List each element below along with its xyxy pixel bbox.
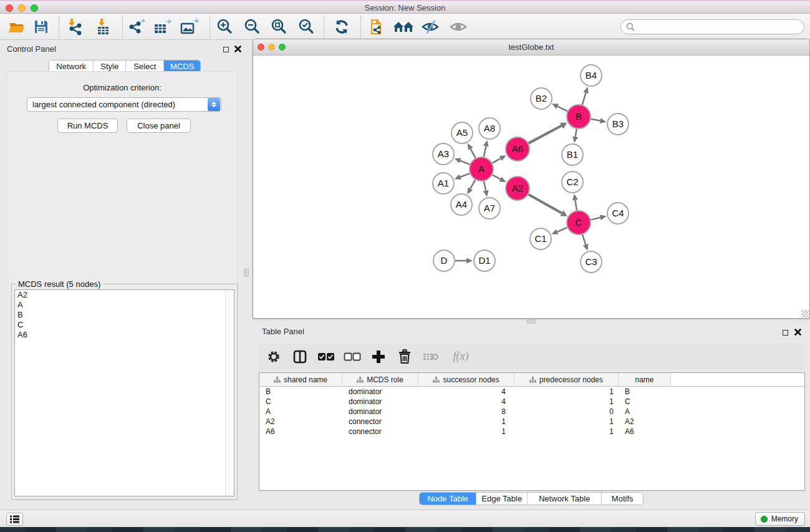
graph-edge[interactable]: [470, 180, 475, 188]
export-image-button[interactable]: [179, 17, 200, 37]
graph-edge[interactable]: [493, 175, 501, 179]
export-network-icon: [127, 18, 146, 36]
home-button[interactable]: [393, 17, 414, 37]
graph-edge[interactable]: [471, 149, 476, 158]
graph-edge[interactable]: [484, 181, 486, 191]
table-row[interactable]: Cdominator41C: [259, 397, 804, 407]
network-canvas[interactable]: B4B2BB3A8A5A6A3B1AA1C2A2A4A7C4CC1C3DD1: [253, 56, 809, 318]
node-label: B1: [567, 149, 578, 160]
column-header-label: predecessor nodes: [539, 375, 603, 384]
run-mcds-button[interactable]: Run MCDS: [57, 118, 118, 133]
table-cell: A: [619, 407, 671, 416]
delete-table-button[interactable]: [422, 347, 440, 366]
show-tasks-button[interactable]: [6, 513, 23, 526]
delete-row-button[interactable]: [396, 347, 413, 366]
graph-edge[interactable]: [591, 119, 600, 121]
node-label: A4: [456, 199, 467, 210]
tab-network-table[interactable]: Network Table: [528, 493, 602, 505]
tab-edge-table[interactable]: Edge Table: [476, 493, 528, 505]
optimization-criterion-dropdown[interactable]: largest connected component (directed): [27, 97, 221, 112]
close-icon: [794, 329, 801, 336]
network-window-titlebar[interactable]: testGlobe.txt: [253, 39, 809, 56]
toolbar-separator: [122, 16, 123, 38]
duplicate-network-button[interactable]: [367, 17, 388, 37]
toolbar-separator: [360, 16, 361, 38]
node-label: B3: [612, 118, 624, 129]
graph-edge[interactable]: [591, 218, 600, 220]
table-tabs: Node TableEdge TableNetwork TableMotifs: [419, 492, 644, 505]
result-item[interactable]: B: [15, 310, 234, 320]
delete-table-icon: [423, 351, 439, 362]
search-input[interactable]: [635, 21, 804, 32]
scrollbar-track[interactable]: [225, 290, 234, 496]
open-session-button[interactable]: [6, 17, 27, 37]
table-row[interactable]: A6connector11A6: [259, 427, 804, 437]
node-label: A6: [512, 143, 523, 154]
zoom-in-button[interactable]: [215, 17, 236, 37]
graph-edge[interactable]: [582, 235, 586, 244]
graph-edge[interactable]: [460, 173, 470, 177]
table-row[interactable]: Adominator80A: [259, 407, 804, 417]
graph-edge[interactable]: [582, 93, 586, 105]
tab-node-table[interactable]: Node Table: [420, 493, 476, 505]
column-header-predecessor-nodes[interactable]: predecessor nodes: [514, 373, 619, 386]
save-session-button[interactable]: [31, 17, 52, 37]
column-header-name[interactable]: name: [619, 373, 671, 386]
close-panel-button[interactable]: [233, 45, 242, 54]
export-network-button[interactable]: [126, 17, 147, 37]
graph-edge[interactable]: [575, 200, 577, 211]
result-item[interactable]: A2: [15, 290, 234, 300]
result-item[interactable]: C: [15, 320, 234, 330]
memory-button[interactable]: Memory: [755, 512, 805, 526]
show-details-button[interactable]: [448, 17, 469, 37]
memory-status-icon: [761, 516, 768, 523]
gear-icon: [266, 349, 281, 364]
graph-edge[interactable]: [557, 107, 567, 112]
edge-arrowhead: [572, 194, 578, 201]
table-row[interactable]: A2connector11A2: [259, 417, 804, 427]
float-table-panel-button[interactable]: [781, 328, 789, 337]
plus-icon: [372, 350, 385, 364]
mcds-result-list[interactable]: A2ABCA6: [14, 289, 234, 496]
refresh-button[interactable]: [331, 17, 352, 37]
network-document-icon: [369, 17, 387, 36]
header-filler: [671, 373, 804, 386]
table-settings-button[interactable]: [265, 347, 282, 366]
graph-edge[interactable]: [557, 228, 567, 232]
vertical-split-grabber[interactable]: [244, 269, 249, 277]
export-table-button[interactable]: [152, 17, 173, 37]
import-table-button[interactable]: [92, 17, 113, 37]
edge-arrowhead: [483, 190, 489, 197]
result-item[interactable]: A6: [15, 330, 234, 340]
select-all-button[interactable]: [317, 347, 335, 366]
node-label: D: [441, 255, 448, 266]
graph-edge[interactable]: [576, 129, 577, 137]
hide-details-button[interactable]: [420, 17, 441, 37]
edge-arrowhead: [466, 258, 473, 264]
add-row-button[interactable]: [370, 347, 387, 366]
close-table-panel-button[interactable]: [793, 328, 802, 337]
split-columns-button[interactable]: [291, 347, 309, 366]
deselect-all-button[interactable]: [344, 347, 361, 366]
column-header-successor-nodes[interactable]: successor nodes: [418, 373, 514, 386]
graph-edge[interactable]: [484, 146, 486, 157]
resize-handle[interactable]: [801, 310, 809, 317]
zoom-fit-button[interactable]: [269, 17, 290, 37]
result-item[interactable]: A: [15, 300, 234, 310]
graph-edge[interactable]: [493, 158, 501, 163]
network-window-title: testGlobe.txt: [253, 42, 809, 52]
zoom-selected-button[interactable]: [296, 17, 317, 37]
column-header-shared-name[interactable]: shared name: [259, 373, 342, 386]
import-network-button[interactable]: [64, 17, 85, 37]
tab-motifs[interactable]: Motifs: [602, 493, 643, 505]
zoom-out-button[interactable]: [242, 17, 263, 37]
table-row[interactable]: Bdominator41B: [259, 387, 804, 397]
graph-edge[interactable]: [528, 195, 562, 213]
graph-edge[interactable]: [460, 161, 470, 165]
close-panel-action-button[interactable]: Close panel: [127, 118, 191, 133]
float-panel-button[interactable]: [221, 45, 230, 54]
column-header-MCDS-role[interactable]: MCDS role: [342, 373, 418, 386]
graph-edge[interactable]: [529, 126, 562, 143]
node-label: B4: [586, 70, 597, 80]
function-builder-button[interactable]: f(x): [448, 347, 473, 366]
